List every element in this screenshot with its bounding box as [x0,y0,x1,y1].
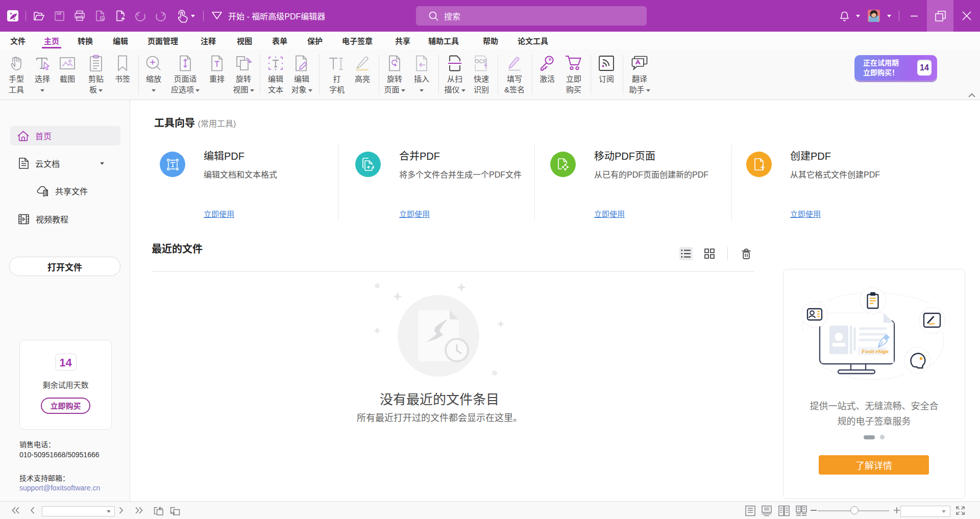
svg-text:OCR: OCR [475,58,487,64]
svg-text:Foxit eSign: Foxit eSign [861,348,889,354]
